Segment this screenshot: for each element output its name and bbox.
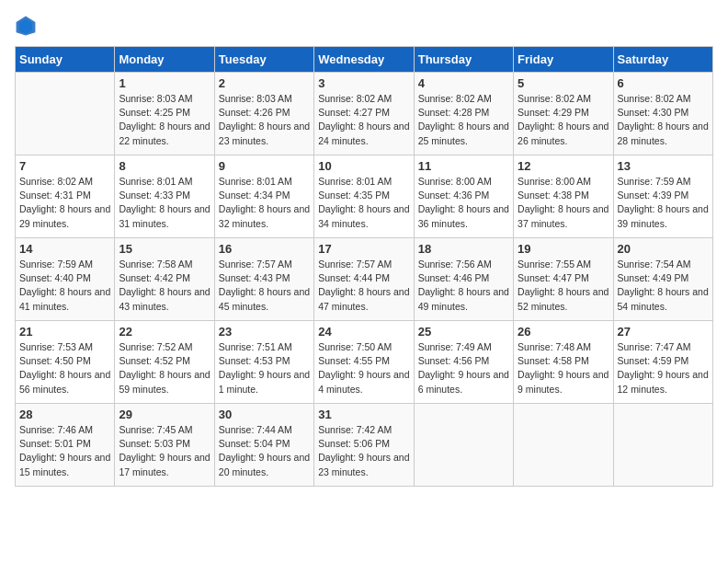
daylight-text: Daylight: 8 hours and 41 minutes.: [19, 286, 110, 311]
calendar-cell: 9 Sunrise: 8:01 AM Sunset: 4:34 PM Dayli…: [214, 155, 313, 238]
sunrise-text: Sunrise: 7:51 AM: [219, 341, 292, 352]
calendar-cell: 21 Sunrise: 7:53 AM Sunset: 4:50 PM Dayl…: [16, 321, 115, 404]
day-number: 28: [19, 408, 110, 421]
calendar-week-row: 7 Sunrise: 8:02 AM Sunset: 4:31 PM Dayli…: [16, 155, 713, 238]
calendar-header-row: SundayMondayTuesdayWednesdayThursdayFrid…: [16, 47, 713, 73]
day-info: Sunrise: 8:02 AM Sunset: 4:31 PM Dayligh…: [19, 175, 110, 231]
sunset-text: Sunset: 5:01 PM: [19, 438, 91, 449]
day-header-friday: Friday: [514, 47, 613, 73]
daylight-text: Daylight: 8 hours and 32 minutes.: [219, 203, 310, 228]
day-number: 29: [119, 408, 210, 421]
sunrise-text: Sunrise: 7:55 AM: [518, 259, 591, 270]
daylight-text: Daylight: 8 hours and 37 minutes.: [518, 203, 609, 228]
calendar-cell: 13 Sunrise: 7:59 AM Sunset: 4:39 PM Dayl…: [613, 155, 712, 238]
daylight-text: Daylight: 8 hours and 45 minutes.: [219, 286, 310, 311]
sunrise-text: Sunrise: 7:57 AM: [219, 259, 292, 270]
sunset-text: Sunset: 5:03 PM: [119, 438, 190, 449]
day-header-monday: Monday: [115, 47, 214, 73]
daylight-text: Daylight: 9 hours and 15 minutes.: [19, 452, 110, 477]
day-number: 18: [418, 242, 509, 256]
day-info: Sunrise: 7:59 AM Sunset: 4:39 PM Dayligh…: [618, 175, 709, 231]
calendar-cell: 12 Sunrise: 8:00 AM Sunset: 4:38 PM Dayl…: [514, 155, 613, 238]
daylight-text: Daylight: 9 hours and 6 minutes.: [418, 369, 509, 394]
day-info: Sunrise: 8:01 AM Sunset: 4:33 PM Dayligh…: [119, 175, 210, 231]
daylight-text: Daylight: 8 hours and 49 minutes.: [418, 286, 509, 311]
page-header: [15, 15, 713, 37]
sunrise-text: Sunrise: 8:02 AM: [19, 176, 93, 187]
daylight-text: Daylight: 8 hours and 54 minutes.: [618, 286, 709, 311]
day-info: Sunrise: 8:01 AM Sunset: 4:34 PM Dayligh…: [219, 175, 310, 231]
sunset-text: Sunset: 4:36 PM: [418, 190, 490, 201]
day-info: Sunrise: 7:44 AM Sunset: 5:04 PM Dayligh…: [219, 423, 310, 479]
daylight-text: Daylight: 8 hours and 59 minutes.: [119, 369, 210, 394]
calendar-week-row: 14 Sunrise: 7:59 AM Sunset: 4:40 PM Dayl…: [16, 238, 713, 321]
sunrise-text: Sunrise: 7:47 AM: [618, 341, 691, 352]
sunrise-text: Sunrise: 7:56 AM: [418, 259, 492, 270]
sunrise-text: Sunrise: 7:59 AM: [618, 176, 691, 187]
day-number: 25: [418, 325, 509, 339]
day-number: 11: [418, 159, 509, 173]
sunset-text: Sunset: 4:49 PM: [618, 272, 689, 283]
day-info: Sunrise: 8:03 AM Sunset: 4:26 PM Dayligh…: [219, 92, 310, 148]
day-header-tuesday: Tuesday: [214, 47, 313, 73]
calendar-cell: [414, 404, 513, 487]
sunset-text: Sunset: 4:47 PM: [518, 272, 589, 283]
day-info: Sunrise: 7:48 AM Sunset: 4:58 PM Dayligh…: [518, 340, 609, 396]
sunset-text: Sunset: 4:59 PM: [618, 355, 689, 366]
sunrise-text: Sunrise: 7:44 AM: [219, 424, 292, 435]
calendar-cell: 3 Sunrise: 8:02 AM Sunset: 4:27 PM Dayli…: [314, 73, 414, 155]
daylight-text: Daylight: 9 hours and 17 minutes.: [119, 452, 210, 477]
sunset-text: Sunset: 4:38 PM: [518, 190, 589, 201]
daylight-text: Daylight: 8 hours and 47 minutes.: [318, 286, 409, 311]
daylight-text: Daylight: 8 hours and 39 minutes.: [618, 203, 709, 228]
sunset-text: Sunset: 4:27 PM: [318, 107, 390, 118]
sunset-text: Sunset: 4:30 PM: [618, 107, 689, 118]
daylight-text: Daylight: 9 hours and 1 minute.: [219, 369, 310, 394]
day-info: Sunrise: 7:56 AM Sunset: 4:46 PM Dayligh…: [418, 258, 509, 314]
calendar-cell: 8 Sunrise: 8:01 AM Sunset: 4:33 PM Dayli…: [115, 155, 214, 238]
calendar-cell: [16, 73, 115, 155]
calendar-cell: [613, 404, 712, 487]
day-info: Sunrise: 7:46 AM Sunset: 5:01 PM Dayligh…: [19, 423, 110, 479]
sunset-text: Sunset: 4:33 PM: [119, 190, 190, 201]
day-info: Sunrise: 8:01 AM Sunset: 4:35 PM Dayligh…: [318, 175, 409, 231]
calendar-cell: 22 Sunrise: 7:52 AM Sunset: 4:52 PM Dayl…: [115, 321, 214, 404]
calendar-cell: 2 Sunrise: 8:03 AM Sunset: 4:26 PM Dayli…: [214, 73, 313, 155]
sunrise-text: Sunrise: 7:54 AM: [618, 259, 691, 270]
day-number: 31: [318, 408, 409, 421]
day-number: 26: [518, 325, 609, 339]
sunrise-text: Sunrise: 7:50 AM: [318, 341, 392, 352]
sunset-text: Sunset: 4:40 PM: [19, 272, 91, 283]
day-info: Sunrise: 8:02 AM Sunset: 4:27 PM Dayligh…: [318, 92, 409, 148]
day-number: 13: [618, 159, 709, 173]
sunset-text: Sunset: 4:50 PM: [19, 355, 91, 366]
sunrise-text: Sunrise: 8:03 AM: [219, 93, 292, 104]
daylight-text: Daylight: 8 hours and 29 minutes.: [19, 203, 110, 228]
sunset-text: Sunset: 4:53 PM: [219, 355, 290, 366]
sunrise-text: Sunrise: 7:48 AM: [518, 341, 591, 352]
day-number: 16: [219, 242, 310, 256]
sunset-text: Sunset: 4:29 PM: [518, 107, 589, 118]
day-info: Sunrise: 7:54 AM Sunset: 4:49 PM Dayligh…: [618, 258, 709, 314]
day-number: 8: [119, 159, 210, 173]
sunrise-text: Sunrise: 7:53 AM: [19, 341, 93, 352]
day-info: Sunrise: 7:51 AM Sunset: 4:53 PM Dayligh…: [219, 340, 310, 396]
day-info: Sunrise: 8:00 AM Sunset: 4:38 PM Dayligh…: [518, 175, 609, 231]
sunrise-text: Sunrise: 8:00 AM: [418, 176, 492, 187]
calendar-cell: 14 Sunrise: 7:59 AM Sunset: 4:40 PM Dayl…: [16, 238, 115, 321]
calendar-cell: 17 Sunrise: 7:57 AM Sunset: 4:44 PM Dayl…: [314, 238, 414, 321]
daylight-text: Daylight: 8 hours and 34 minutes.: [318, 203, 409, 228]
sunset-text: Sunset: 4:39 PM: [618, 190, 689, 201]
day-info: Sunrise: 8:02 AM Sunset: 4:28 PM Dayligh…: [418, 92, 509, 148]
sunset-text: Sunset: 5:06 PM: [318, 438, 390, 449]
sunrise-text: Sunrise: 7:49 AM: [418, 341, 492, 352]
daylight-text: Daylight: 9 hours and 20 minutes.: [219, 452, 310, 477]
sunrise-text: Sunrise: 8:00 AM: [518, 176, 591, 187]
calendar-cell: 29 Sunrise: 7:45 AM Sunset: 5:03 PM Dayl…: [115, 404, 214, 487]
day-number: 5: [518, 76, 609, 90]
logo: [15, 15, 39, 37]
sunrise-text: Sunrise: 7:59 AM: [19, 259, 93, 270]
general-blue-icon: [15, 15, 37, 37]
calendar-cell: 18 Sunrise: 7:56 AM Sunset: 4:46 PM Dayl…: [414, 238, 513, 321]
calendar-week-row: 28 Sunrise: 7:46 AM Sunset: 5:01 PM Dayl…: [16, 404, 713, 487]
